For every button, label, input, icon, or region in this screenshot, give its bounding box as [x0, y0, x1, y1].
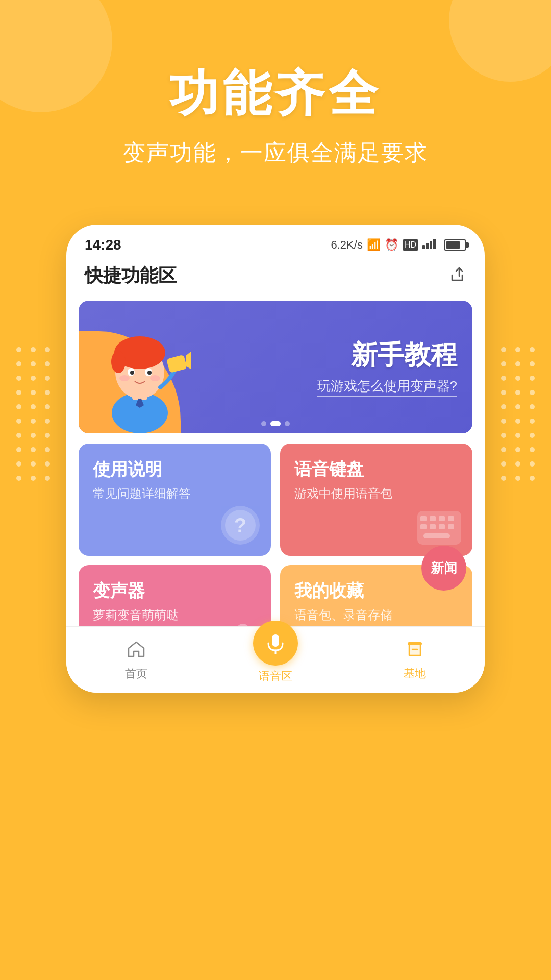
card-voice-changer-title: 变声器 [93, 579, 257, 603]
base-icon [405, 638, 425, 663]
nav-home-label: 首页 [125, 666, 147, 681]
svg-rect-2 [430, 241, 432, 249]
question-icon: ? [220, 505, 261, 548]
card-voice-keyboard-title: 语音键盘 [294, 458, 458, 481]
svg-rect-29 [420, 524, 427, 529]
hd-icon: HD [403, 239, 418, 251]
nav-item-voice-zone[interactable]: 语音区 [206, 636, 345, 684]
banner-dot-2 [270, 421, 281, 426]
bottom-nav: 首页 语音区 基地 [66, 626, 485, 693]
svg-point-13 [147, 371, 152, 375]
card-voice-keyboard-subtitle: 游戏中使用语音包 [294, 485, 458, 502]
status-time: 14:28 [85, 237, 121, 253]
svg-rect-0 [422, 245, 425, 249]
svg-rect-1 [426, 243, 429, 249]
banner-title: 新手教程 [317, 337, 457, 373]
banner-dot-3 [285, 421, 290, 426]
news-badge[interactable]: 新闻 [421, 546, 466, 591]
svg-text:?: ? [234, 514, 246, 536]
nav-item-base[interactable]: 基地 [345, 638, 485, 681]
alarm-icon: ⏰ [385, 238, 398, 252]
svg-point-12 [130, 371, 134, 375]
svg-rect-25 [420, 516, 427, 521]
svg-rect-3 [433, 239, 436, 249]
svg-rect-32 [448, 524, 454, 529]
banner-character [89, 311, 191, 433]
network-speed: 6.2K/s [331, 238, 363, 252]
card-usage-title: 使用说明 [93, 458, 257, 481]
keyboard-icon [416, 510, 462, 548]
svg-point-15 [150, 375, 160, 381]
dots-left [16, 347, 50, 481]
banner-dot-1 [261, 421, 266, 426]
svg-point-14 [119, 375, 130, 381]
svg-rect-27 [439, 516, 445, 521]
card-usage-subtitle: 常见问题详细解答 [93, 485, 257, 502]
svg-rect-44 [408, 642, 422, 645]
banner[interactable]: 新手教程 玩游戏怎么使用变声器? [79, 301, 472, 433]
status-bar: 14:28 6.2K/s 📶 ⏰ HD [66, 225, 485, 258]
signal-icon [422, 238, 438, 252]
svg-rect-33 [423, 533, 450, 538]
banner-subtitle: 玩游戏怎么使用变声器? [317, 377, 457, 397]
card-usage[interactable]: 使用说明 常见问题详细解答 ? [79, 444, 271, 556]
title-bar: 快捷功能区 [66, 258, 485, 301]
svg-marker-17 [186, 348, 191, 372]
status-icons: 6.2K/s 📶 ⏰ HD [331, 238, 466, 252]
svg-rect-16 [166, 355, 187, 373]
phone-mockup: 14:28 6.2K/s 📶 ⏰ HD 快捷功能区 [66, 225, 485, 693]
svg-rect-26 [430, 516, 436, 521]
banner-dots [261, 421, 290, 426]
nav-item-home[interactable]: 首页 [66, 638, 206, 681]
svg-rect-28 [448, 516, 454, 521]
card-voice-keyboard[interactable]: 语音键盘 游戏中使用语音包 [280, 444, 472, 556]
banner-text-area: 新手教程 玩游戏怎么使用变声器? [317, 337, 457, 397]
nav-base-label: 基地 [404, 666, 426, 681]
bluetooth-icon: 📶 [367, 238, 381, 252]
home-icon [126, 638, 146, 663]
battery-icon [444, 239, 466, 251]
share-icon[interactable] [448, 265, 466, 287]
hero-subtitle: 变声功能，一应俱全满足要求 [0, 138, 551, 168]
svg-point-9 [111, 351, 126, 373]
nav-voice-zone-label: 语音区 [259, 669, 292, 684]
svg-rect-30 [430, 524, 436, 529]
voice-zone-button[interactable] [253, 621, 298, 666]
page-title: 快捷功能区 [85, 263, 177, 288]
dots-right [501, 347, 535, 481]
svg-rect-42 [272, 634, 279, 647]
svg-rect-31 [439, 524, 445, 529]
